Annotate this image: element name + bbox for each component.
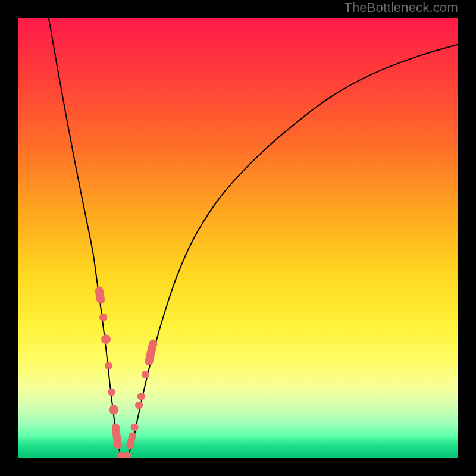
plot-gradient-area <box>18 18 458 458</box>
curve-marker-dot <box>131 424 139 431</box>
curve-marker-dot <box>109 405 118 415</box>
chart-frame: TheBottleneck.com <box>0 0 476 476</box>
curve-marker-pill <box>149 344 154 362</box>
curve-marker-pill <box>99 291 101 300</box>
curve-marker-dot <box>108 389 115 396</box>
curve-markers <box>99 291 153 458</box>
curve-marker-pill <box>130 436 133 445</box>
curve-marker-dot <box>101 334 111 344</box>
curve-marker-dot <box>99 314 107 321</box>
curve-marker-dot <box>105 362 112 369</box>
curve-marker-dot <box>142 371 149 378</box>
curve-svg <box>18 18 458 458</box>
curve-marker-dot <box>123 452 131 458</box>
watermark-text: TheBottleneck.com <box>344 0 458 15</box>
curve-marker-dot <box>135 402 143 409</box>
curve-marker-dot <box>137 393 145 400</box>
curve-marker-pill <box>115 427 118 445</box>
